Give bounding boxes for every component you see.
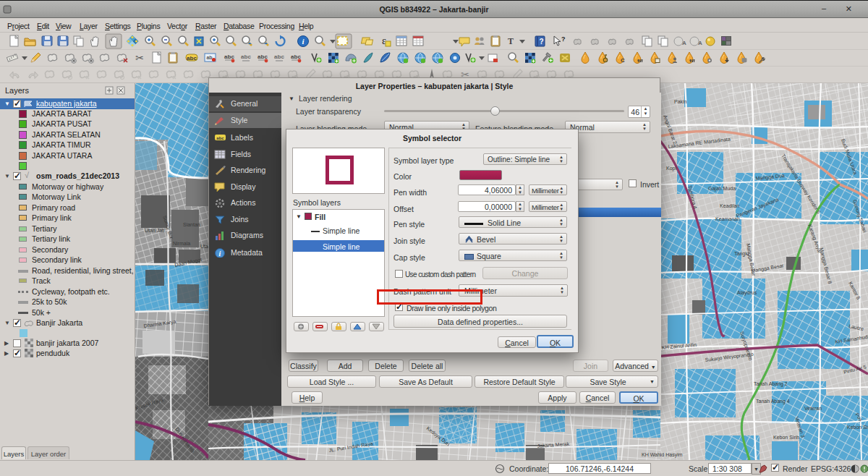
svg-text:Tanah Abang 2: Tanah Abang 2	[754, 381, 788, 387]
svg-text:Tangki: Tangki	[734, 251, 749, 257]
svg-text:abc: abc	[216, 136, 224, 140]
svg-text:Siantan: Siantan	[183, 222, 200, 227]
svg-text:Kebon Sirih: Kebon Sirih	[847, 425, 868, 430]
svg-text:Keadilan: Keadilan	[720, 203, 739, 208]
svg-text:Kopi: Kopi	[666, 166, 676, 171]
svg-text:Alaydrus: Alaydrus	[737, 290, 757, 296]
svg-text:Gajah Muda: Gajah Muda	[708, 186, 736, 192]
svg-text:KH Wahid Hasyim: KH Wahid Hasyim	[642, 452, 683, 458]
svg-text:Veteran: Veteran	[804, 406, 822, 411]
svg-text:Utan Jati: Utan Jati	[145, 228, 165, 233]
svg-text:i: i	[219, 250, 221, 258]
svg-text:Kebon Sirih: Kebon Sirih	[773, 435, 799, 440]
svg-text:Nirmala: Nirmala	[173, 241, 190, 246]
svg-text:Keamanan: Keamanan	[715, 216, 740, 221]
svg-text:Pakin: Pakin	[674, 99, 687, 104]
svg-text:Tanah Abang 4: Tanah Abang 4	[756, 399, 790, 404]
